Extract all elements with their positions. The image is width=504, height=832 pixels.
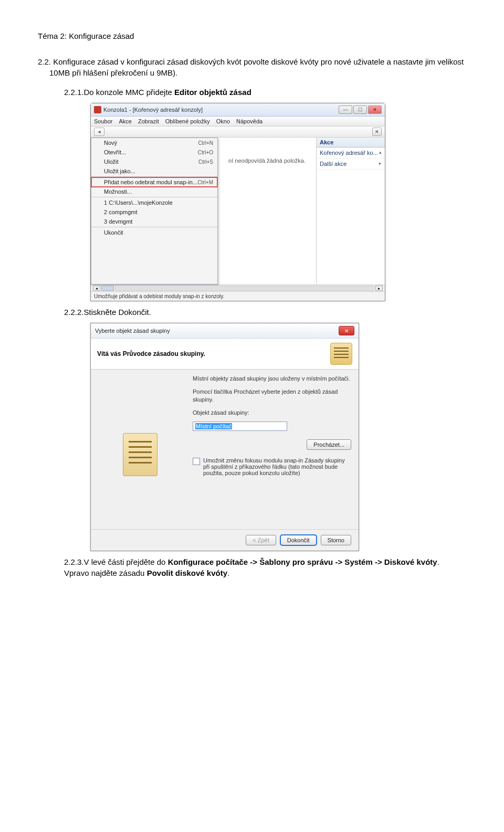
section-num: 2.2. (38, 57, 51, 66)
step3-bold2: Povolit diskové kvóty (147, 568, 227, 577)
minimize-button[interactable]: — (339, 106, 352, 114)
menu-soubor[interactable]: Soubor (94, 118, 112, 124)
step3-num: 2.2.3. (64, 557, 84, 566)
page-header: Téma 2: Konfigurace zásad (38, 31, 466, 40)
step-2-2-1: 2.2.1.Do konzole MMC přidejte Editor obj… (64, 87, 466, 98)
focus-checkbox[interactable] (193, 458, 200, 465)
subwindow-close-icon[interactable]: ✕ (372, 128, 382, 136)
scrollbar[interactable]: ◂ ▸ (91, 285, 385, 291)
wizard-p1: Místní objekty zásad skupiny jsou uložen… (193, 375, 351, 383)
step1-bold: Editor objektů zásad (174, 88, 251, 97)
focus-checkbox-label: Umožnit změnu fokusu modulu snap-in Zása… (203, 457, 351, 476)
section-text: Konfigurace zásad v konfiguraci zásad di… (49, 57, 464, 77)
step1-num: 2.2.1. (64, 88, 84, 97)
scroll-icon (330, 343, 352, 365)
menu-separator (91, 197, 217, 197)
mmc-statusbar: Umožňuje přidávat a odebírat moduly snap… (91, 291, 385, 301)
maximize-button[interactable]: ☐ (353, 106, 367, 114)
wizard-p2: Pomocí tlačítka Procházet vyberte jeden … (193, 388, 351, 404)
menu-separator (91, 227, 217, 227)
menu-oblibene[interactable]: Oblíbené položky (165, 118, 210, 124)
step2-num: 2.2.2. (64, 308, 84, 317)
step3-bold1: Konfigurace počítače -> Šablony pro sprá… (168, 557, 437, 566)
mmc-secondary-bar: ◄ ✕ (91, 127, 385, 138)
back-button: < Zpět (246, 535, 276, 545)
menu-separator (91, 176, 217, 177)
gpo-object-value: Místní počítač (195, 423, 232, 429)
menu-item-novy[interactable]: NovýCtrl+N (91, 138, 217, 148)
wizard-left-graphic (98, 375, 182, 522)
gpo-wizard-dialog: Vyberte objekt zásad skupiny ✕ Vítá vás … (90, 323, 359, 551)
actions-header: Akce (317, 138, 385, 148)
menu-item-recent-3[interactable]: 3 devmgmt (91, 217, 217, 226)
step3-end: . (227, 568, 229, 577)
actions-pane: Akce Kořenový adresář ko...▴ Další akce▸ (316, 138, 385, 285)
section-2-2: 2.2. Konfigurace zásad v konfiguraci zás… (49, 56, 466, 78)
scroll-left-icon[interactable]: ◂ (93, 286, 100, 291)
step1-pre: Do konzole MMC přidejte (84, 88, 175, 97)
gpo-field-label: Objekt zásad skupiny: (193, 409, 351, 417)
window-buttons: — ☐ ✕ (339, 106, 382, 114)
wizard-banner: Vítá vás Průvodce zásadou skupiny. (91, 339, 359, 370)
mmc-title-text: Konzola1 - [Kořenový adresář konzoly] (103, 107, 337, 113)
mmc-center-pane: ní neodpovídá žádná položka. (218, 138, 316, 285)
browse-button[interactable]: Procházet... (307, 439, 351, 450)
menu-zobrazit[interactable]: Zobrazit (138, 118, 159, 124)
step3-pre: V levé části přejděte do (84, 557, 168, 566)
step2-text: Stiskněte Dokončit. (84, 308, 151, 317)
mmc-app-icon (94, 106, 101, 113)
step-2-2-2: 2.2.2.Stiskněte Dokončit. (64, 307, 466, 318)
menu-item-recent-1[interactable]: 1 C:\Users\...\mojeKonzole (91, 198, 217, 207)
gpo-object-input[interactable]: Místní počítač (193, 422, 287, 431)
step-2-2-3: 2.2.3.V levé části přejděte do Konfigura… (64, 556, 466, 578)
mmc-titlebar: Konzola1 - [Kořenový adresář konzoly] — … (91, 103, 385, 117)
empty-message: ní neodpovídá žádná položka. (228, 157, 306, 164)
scroll-right-icon[interactable]: ▸ (375, 286, 383, 291)
wizard-banner-text: Vítá vás Průvodce zásadou skupiny. (97, 350, 205, 357)
menu-item-ulozit-jako[interactable]: Uložit jako... (91, 166, 217, 176)
wizard-close-button[interactable]: ✕ (339, 326, 354, 335)
finish-button[interactable]: Dokončit (280, 535, 317, 545)
menu-item-moznosti[interactable]: Možnosti... (91, 187, 217, 196)
menu-napoveda[interactable]: Nápověda (236, 118, 262, 124)
cancel-button[interactable]: Storno (321, 535, 351, 545)
focus-checkbox-row: Umožnit změnu fokusu modulu snap-in Zása… (193, 457, 351, 476)
wizard-titlebar: Vyberte objekt zásad skupiny ✕ (91, 323, 359, 339)
file-dropdown-menu: NovýCtrl+N Otevřít...Ctrl+O UložitCtrl+S… (91, 138, 218, 285)
menu-okno[interactable]: Okno (216, 118, 230, 124)
mmc-window: Konzola1 - [Kořenový adresář konzoly] — … (90, 103, 385, 301)
scroll-large-icon (123, 433, 158, 476)
scroll-thumb[interactable] (101, 286, 114, 291)
mmc-body: NovýCtrl+N Otevřít...Ctrl+O UložitCtrl+S… (91, 138, 385, 285)
wizard-footer: < Zpět Dokončit Storno (91, 529, 359, 551)
menu-item-otevrit[interactable]: Otevřít...Ctrl+O (91, 148, 217, 157)
nav-back-icon[interactable]: ◄ (94, 128, 104, 136)
mmc-menubar: Soubor Akce Zobrazit Oblíbené položky Ok… (91, 117, 385, 127)
menu-item-ukoncit[interactable]: Ukončit (91, 228, 217, 237)
menu-akce[interactable]: Akce (119, 118, 131, 124)
close-button[interactable]: ✕ (368, 106, 382, 114)
scroll-track[interactable] (115, 286, 374, 291)
wizard-right-content: Místní objekty zásad skupiny jsou uložen… (193, 375, 351, 522)
wizard-body: Místní objekty zásad skupiny jsou uložen… (91, 370, 359, 529)
actions-row-root[interactable]: Kořenový adresář ko...▴ (317, 148, 385, 159)
sort-arrow-icon: ▴ (379, 150, 382, 156)
menu-item-ulozit[interactable]: UložitCtrl+S (91, 157, 217, 166)
menu-item-snapin[interactable]: Přidat nebo odebrat modul snap-in...Ctrl… (91, 177, 217, 187)
wizard-title-text: Vyberte objekt zásad skupiny (95, 328, 339, 334)
chevron-right-icon: ▸ (379, 161, 382, 167)
menu-item-recent-2[interactable]: 2 compmgmt (91, 207, 217, 217)
actions-row-more[interactable]: Další akce▸ (317, 159, 385, 170)
